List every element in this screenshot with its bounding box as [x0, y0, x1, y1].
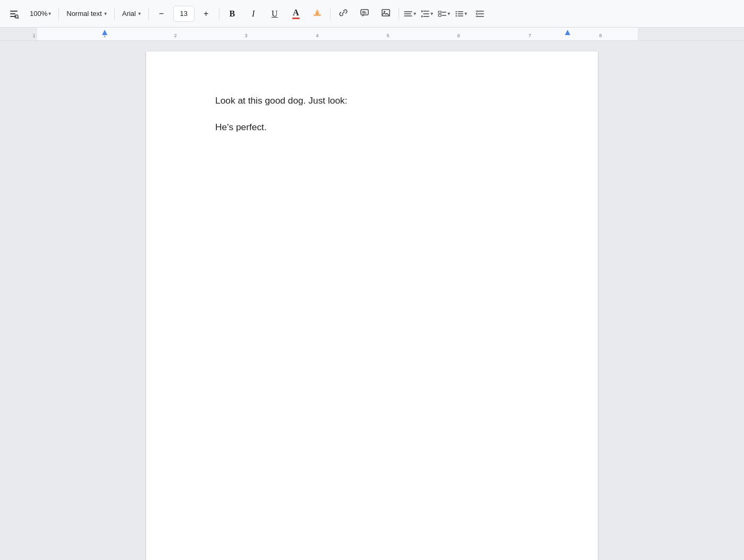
checklist-chevron-icon: ▾ — [447, 11, 450, 16]
alignment-dropdown[interactable]: ▾ — [402, 4, 417, 23]
svg-rect-1 — [10, 13, 15, 14]
font-label: Arial — [122, 10, 136, 18]
font-size-value: 13 — [180, 10, 188, 18]
svg-text:8: 8 — [599, 33, 602, 38]
separator-4 — [219, 7, 219, 20]
separator-6 — [399, 7, 399, 20]
underline-icon: U — [272, 9, 278, 19]
align-chevron-icon: ▾ — [413, 11, 416, 16]
svg-rect-0 — [10, 11, 18, 12]
svg-rect-32 — [37, 28, 638, 41]
svg-rect-31 — [638, 28, 744, 41]
list-chevron-icon: ▾ — [464, 11, 467, 16]
link-button[interactable] — [334, 4, 353, 23]
line-spacing-dropdown[interactable]: ▾ — [419, 4, 434, 23]
indent-decrease-button[interactable] — [470, 4, 489, 23]
bold-icon: B — [229, 9, 235, 19]
svg-point-23 — [455, 13, 456, 14]
text-color-button[interactable]: A — [286, 4, 306, 23]
svg-text:3: 3 — [244, 33, 247, 38]
increase-font-size-button[interactable]: + — [197, 4, 216, 23]
font-dropdown[interactable]: Arial ▾ — [118, 4, 145, 23]
zoom-value: 100% — [30, 10, 47, 18]
separator-2 — [114, 7, 115, 20]
svg-text:6: 6 — [457, 33, 460, 38]
svg-point-10 — [384, 11, 385, 12]
svg-text:5: 5 — [386, 33, 389, 38]
separator-1 — [58, 7, 59, 20]
add-comment-button[interactable] — [355, 4, 374, 23]
link-icon — [339, 8, 348, 20]
line-spacing-chevron-icon: ▾ — [430, 11, 433, 16]
svg-point-21 — [455, 11, 456, 12]
italic-button[interactable]: I — [244, 4, 263, 23]
highlight-button[interactable] — [308, 4, 327, 23]
checklist-dropdown[interactable]: ▾ — [436, 4, 451, 23]
list-dropdown[interactable]: ▾ — [453, 4, 468, 23]
comment-icon — [360, 8, 369, 20]
text-color-icon: A — [292, 8, 300, 19]
insert-image-button[interactable] — [376, 4, 395, 23]
separator-5 — [330, 7, 331, 20]
ruler: 1 1 2 3 4 5 6 7 8 — [0, 28, 744, 41]
decrease-icon: − — [159, 9, 164, 19]
svg-rect-17 — [438, 11, 441, 13]
svg-text:4: 4 — [316, 33, 318, 38]
svg-line-4 — [18, 18, 19, 19]
svg-point-25 — [455, 15, 456, 16]
format-options-button[interactable] — [4, 4, 23, 23]
svg-text:2: 2 — [174, 33, 176, 38]
image-icon — [381, 8, 391, 20]
doc-line-1[interactable]: Look at this good dog. Just look: — [215, 94, 529, 108]
svg-rect-19 — [438, 14, 441, 16]
svg-rect-5 — [314, 14, 321, 16]
font-chevron-icon: ▾ — [138, 11, 141, 16]
document-page[interactable]: Look at this good dog. Just look: He's p… — [146, 52, 598, 560]
text-style-label: Normal text — [66, 10, 102, 18]
increase-icon: + — [204, 9, 208, 19]
doc-line-2[interactable]: He's perfect. — [215, 121, 529, 134]
italic-icon: I — [252, 9, 255, 19]
font-size-box[interactable]: 13 — [173, 6, 195, 22]
zoom-chevron-icon: ▾ — [48, 11, 51, 16]
underline-button[interactable]: U — [265, 4, 284, 23]
svg-rect-6 — [361, 10, 368, 15]
separator-3 — [148, 7, 149, 20]
svg-rect-30 — [0, 28, 37, 41]
bold-button[interactable]: B — [223, 4, 242, 23]
svg-text:1: 1 — [32, 33, 35, 38]
highlight-icon — [312, 8, 322, 20]
style-chevron-icon: ▾ — [104, 11, 107, 16]
text-style-dropdown[interactable]: Normal text ▾ — [62, 4, 111, 23]
decrease-font-size-button[interactable]: − — [152, 4, 171, 23]
zoom-dropdown[interactable]: 100% ▾ — [26, 4, 55, 23]
svg-rect-2 — [10, 16, 16, 17]
svg-text:7: 7 — [528, 33, 531, 38]
document-area[interactable]: Look at this good dog. Just look: He's p… — [0, 41, 744, 560]
toolbar: 100% ▾ Normal text ▾ Arial ▾ − 13 + B I … — [0, 0, 744, 28]
